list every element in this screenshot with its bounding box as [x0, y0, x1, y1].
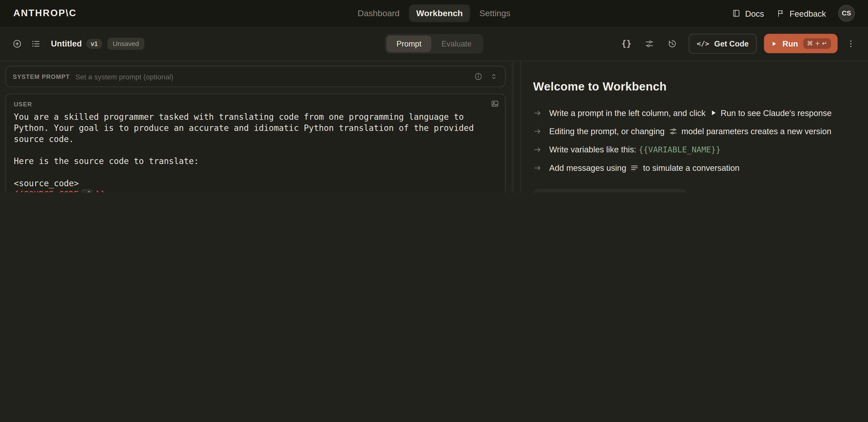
message-line [14, 167, 497, 178]
feedback-label: Feedback [789, 8, 826, 18]
run-shortcut: ⌘ + ↵ [803, 38, 831, 49]
plus-circle-icon [12, 38, 22, 48]
top-nav: DashboardWorkbenchSettings [350, 4, 518, 22]
top-bar-right: Docs Feedback CS [732, 5, 855, 22]
docs-label: Docs [745, 8, 764, 18]
nav-settings[interactable]: Settings [472, 4, 518, 22]
message-line: <source_code> [14, 178, 497, 189]
welcome-title: Welcome to Workbench [533, 80, 851, 93]
get-code-label: Get Code [714, 39, 749, 48]
welcome-item: Write a prompt in the left column, and c… [533, 106, 835, 120]
variables-button[interactable]: {} [617, 34, 636, 53]
sliders-icon [669, 127, 678, 136]
arrow-right-icon [533, 145, 542, 154]
message-line [14, 145, 497, 156]
welcome-panel: Welcome to Workbench Write a prompt in t… [521, 61, 868, 192]
docs-icon [732, 9, 741, 18]
chat-icon [630, 164, 639, 172]
run-button[interactable]: Run ⌘ + ↵ [764, 34, 838, 53]
arrow-right-icon [533, 164, 542, 172]
edit-variable-button[interactable] [82, 190, 93, 192]
top-bar: ANTHROP\C DashboardWorkbenchSettings Doc… [0, 0, 868, 27]
message-line: Python. Your goal is to produce an accur… [14, 122, 497, 134]
user-message-label: USER [14, 101, 497, 107]
braces-icon: {} [621, 38, 631, 48]
play-icon [710, 109, 717, 116]
prompt-title[interactable]: Untitled [51, 39, 82, 48]
feedback-button[interactable]: Feedback [776, 8, 826, 18]
more-menu-button[interactable] [841, 34, 861, 53]
run-label: Run [782, 39, 798, 48]
panel-resizer[interactable] [513, 61, 521, 192]
unsaved-badge: Unsaved [107, 37, 145, 50]
welcome-item: Write variables like this: {{VARIABLE_NA… [533, 143, 835, 157]
nav-dashboard[interactable]: Dashboard [350, 4, 407, 22]
image-icon [491, 99, 499, 108]
toolbar: Untitled v1 Unsaved PromptEvaluate {} </… [0, 27, 868, 61]
system-prompt-actions [474, 72, 498, 81]
mode-tabs: PromptEvaluate [385, 34, 483, 54]
welcome-item: Add messages using to simulate a convers… [533, 161, 835, 175]
system-prompt-field[interactable]: SYSTEM PROMPT Set a system prompt (optio… [5, 66, 505, 87]
prompt-panel: SYSTEM PROMPT Set a system prompt (optio… [0, 61, 513, 192]
message-line: You are a skilled programmer tasked with… [14, 111, 497, 122]
user-message-text[interactable]: You are a skilled programmer tasked with… [14, 111, 497, 192]
sliders-icon [644, 38, 654, 48]
message-line: source code. [14, 134, 497, 145]
play-icon [771, 40, 777, 47]
model-settings-button[interactable] [640, 34, 658, 53]
system-prompt-label: SYSTEM PROMPT [12, 73, 70, 80]
history-button[interactable] [662, 34, 681, 53]
variable-token: }} [95, 190, 105, 192]
code-icon: </> [697, 39, 709, 48]
toolbar-left: Untitled v1 Unsaved [8, 34, 145, 53]
anthropic-logo[interactable]: ANTHROP\C [13, 8, 77, 19]
toolbar-right: {} </> Get Code Run ⌘ + ↵ [617, 34, 860, 54]
variable-example: {{VARIABLE_NAME}} [639, 145, 721, 154]
tab-evaluate[interactable]: Evaluate [432, 35, 482, 52]
message-line: Here is the source code to translate: [14, 156, 497, 167]
get-code-button[interactable]: </> Get Code [688, 34, 757, 54]
variable-token: {{SOURCE_CODE [14, 190, 79, 192]
workbench-app: ANTHROP\C DashboardWorkbenchSettings Doc… [0, 0, 868, 192]
prompt-list-button[interactable] [27, 34, 45, 53]
message-line: {{SOURCE_CODE}} [14, 189, 497, 192]
version-badge[interactable]: v1 [86, 38, 102, 48]
expand-icon[interactable] [489, 72, 498, 81]
user-message-editor[interactable]: USER You are a skilled programmer tasked… [5, 94, 505, 192]
docs-button[interactable]: Docs [732, 8, 764, 18]
history-icon [667, 38, 677, 48]
add-image-button[interactable] [491, 99, 499, 110]
arrow-right-icon [533, 109, 542, 117]
welcome-list: Write a prompt in the left column, and c… [533, 106, 835, 175]
avatar[interactable]: CS [838, 5, 855, 22]
main-content: SYSTEM PROMPT Set a system prompt (optio… [0, 61, 868, 192]
kebab-icon [846, 38, 856, 48]
feedback-icon [776, 9, 785, 18]
welcome-item: Editing the prompt, or changing model pa… [533, 125, 835, 138]
tab-prompt[interactable]: Prompt [386, 35, 432, 52]
nav-workbench[interactable]: Workbench [409, 4, 470, 22]
new-prompt-button[interactable] [8, 34, 27, 53]
list-icon [31, 38, 41, 48]
learn-prompt-design-button[interactable]: Learn about prompt design [533, 189, 687, 192]
system-prompt-placeholder: Set a system prompt (optional) [75, 72, 474, 81]
info-icon[interactable] [474, 72, 483, 81]
arrow-right-icon [533, 127, 542, 136]
